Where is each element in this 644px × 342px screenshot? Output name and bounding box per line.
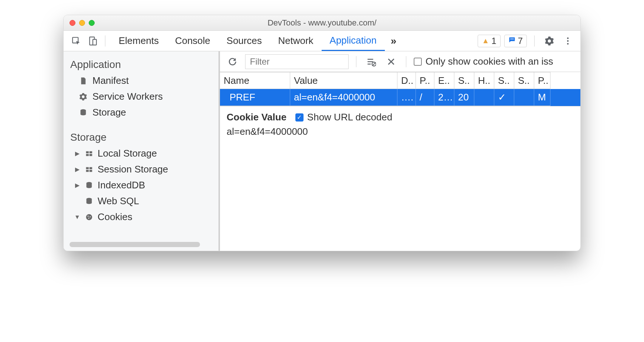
sidebar-item-service-workers[interactable]: Service Workers xyxy=(64,89,218,105)
close-icon xyxy=(386,57,396,66)
window-titlebar: DevTools - www.youtube.com/ xyxy=(64,15,580,31)
table-header-cell[interactable]: S.. xyxy=(514,72,534,89)
delete-button[interactable] xyxy=(384,54,399,69)
table-cell: 2… xyxy=(434,89,454,106)
inspect-element-icon[interactable] xyxy=(69,34,84,48)
refresh-button[interactable] xyxy=(225,54,240,69)
cookie-value-text: al=en&f4=4000000 xyxy=(227,126,574,137)
clear-list-icon xyxy=(366,57,376,66)
table-header-cell[interactable]: Name xyxy=(220,72,290,89)
grid-icon xyxy=(84,150,94,158)
tab-label: Console xyxy=(175,35,210,47)
separator xyxy=(105,35,105,47)
table-header-cell[interactable]: P.. xyxy=(416,72,434,89)
svg-point-18 xyxy=(86,214,92,220)
messages-badge[interactable]: 7 xyxy=(504,35,527,47)
tab-label: Sources xyxy=(227,35,262,47)
table-cell: PREF xyxy=(220,89,290,106)
sidebar-item-label: Local Storage xyxy=(98,148,157,159)
svg-rect-11 xyxy=(89,154,92,156)
sidebar-item-websql[interactable]: Web SQL xyxy=(64,193,218,209)
sidebar-item-label: Cookies xyxy=(98,211,132,223)
grid-icon xyxy=(84,165,94,174)
sidebar-section-application: Application xyxy=(64,54,218,73)
refresh-icon xyxy=(228,57,237,66)
warnings-badge[interactable]: ▲ 1 xyxy=(478,35,500,47)
table-cell: / xyxy=(416,89,434,106)
more-options-button[interactable] xyxy=(560,34,575,48)
checkbox-label: Only show cookies with an iss xyxy=(426,56,553,67)
filter-input[interactable] xyxy=(245,54,349,69)
database-icon xyxy=(78,109,88,117)
gear-icon xyxy=(545,36,554,46)
checkbox-checked-icon: ✓ xyxy=(295,113,304,122)
messages-count: 7 xyxy=(518,36,523,46)
chevron-right-icon: ▶ xyxy=(74,150,81,157)
show-url-decoded-checkbox[interactable]: ✓ Show URL decoded xyxy=(295,112,392,123)
sidebar-item-storage[interactable]: Storage xyxy=(64,105,218,120)
clear-all-button[interactable] xyxy=(364,54,379,69)
devtools-window: DevTools - www.youtube.com/ Elements Con… xyxy=(63,15,581,251)
svg-rect-2 xyxy=(93,39,96,45)
checkbox-label: Show URL decoded xyxy=(307,112,392,123)
table-cell: M xyxy=(534,89,550,106)
sidebar-item-manifest[interactable]: Manifest xyxy=(64,73,218,89)
sidebar-item-label: IndexedDB xyxy=(98,179,145,191)
svg-rect-12 xyxy=(86,167,89,169)
sidebar-section-storage: Storage xyxy=(64,127,218,146)
application-sidebar: Application Manifest Service Workers Sto… xyxy=(64,51,219,251)
table-row[interactable]: PREFal=en&f4=4000000…./2…20✓M xyxy=(220,89,580,106)
tab-network[interactable]: Network xyxy=(270,31,321,51)
more-tabs-button[interactable]: » xyxy=(385,31,403,51)
device-toolbar-icon[interactable] xyxy=(85,34,100,48)
svg-rect-8 xyxy=(86,151,89,153)
sidebar-item-local-storage[interactable]: ▶ Local Storage xyxy=(64,146,218,161)
table-cell xyxy=(514,89,534,106)
settings-button[interactable] xyxy=(542,34,557,48)
tab-elements[interactable]: Elements xyxy=(111,31,167,51)
kebab-icon xyxy=(563,36,573,46)
table-cell: al=en&f4=4000000 xyxy=(290,89,397,106)
tab-console[interactable]: Console xyxy=(167,31,218,51)
table-header-cell[interactable]: D.. xyxy=(397,72,416,89)
devtools-tabbar: Elements Console Sources Network Applica… xyxy=(64,31,580,51)
sidebar-item-label: Web SQL xyxy=(98,195,139,207)
table-header-row: NameValueD..P..E..S..H..S..S..P.. xyxy=(220,72,580,89)
table-header-cell[interactable]: E.. xyxy=(434,72,454,89)
svg-point-4 xyxy=(567,37,569,39)
tab-application[interactable]: Application xyxy=(322,31,385,51)
sidebar-item-session-storage[interactable]: ▶ Session Storage xyxy=(64,161,218,177)
only-issues-checkbox[interactable]: Only show cookies with an iss xyxy=(414,56,553,67)
sidebar-item-indexeddb[interactable]: ▶ IndexedDB xyxy=(64,177,218,193)
svg-point-20 xyxy=(89,216,91,217)
chevron-right-icon: » xyxy=(391,35,397,47)
tab-label: Network xyxy=(278,35,313,47)
tab-sources[interactable]: Sources xyxy=(218,31,270,51)
gear-icon xyxy=(78,93,88,101)
separator xyxy=(406,56,406,67)
table-header-cell[interactable]: P.. xyxy=(534,72,550,89)
cookies-panel: Only show cookies with an iss NameValueD… xyxy=(219,51,580,251)
sidebar-item-cookies[interactable]: ▼ Cookies xyxy=(64,209,218,225)
tab-label: Elements xyxy=(119,35,159,47)
table-cell: ✓ xyxy=(494,89,514,106)
table-cell: …. xyxy=(397,89,416,106)
main-split: Application Manifest Service Workers Sto… xyxy=(64,51,580,251)
tab-label: Application xyxy=(330,35,377,46)
table-header-cell[interactable]: S.. xyxy=(494,72,514,89)
svg-point-19 xyxy=(88,215,89,216)
table-header-cell[interactable]: H.. xyxy=(474,72,494,89)
horizontal-scrollbar[interactable] xyxy=(70,242,200,247)
panel-tabs: Elements Console Sources Network Applica… xyxy=(111,31,402,51)
svg-point-5 xyxy=(567,40,569,41)
chevron-right-icon: ▶ xyxy=(74,166,81,173)
sidebar-item-label: Service Workers xyxy=(92,91,163,102)
table-header-cell[interactable]: S.. xyxy=(454,72,474,89)
svg-point-6 xyxy=(567,43,569,44)
table-header-cell[interactable]: Value xyxy=(290,72,397,89)
svg-rect-14 xyxy=(86,170,89,172)
message-icon xyxy=(508,36,516,45)
svg-rect-13 xyxy=(89,167,92,169)
database-icon xyxy=(84,181,94,189)
cookie-value-label: Cookie Value xyxy=(227,112,287,123)
